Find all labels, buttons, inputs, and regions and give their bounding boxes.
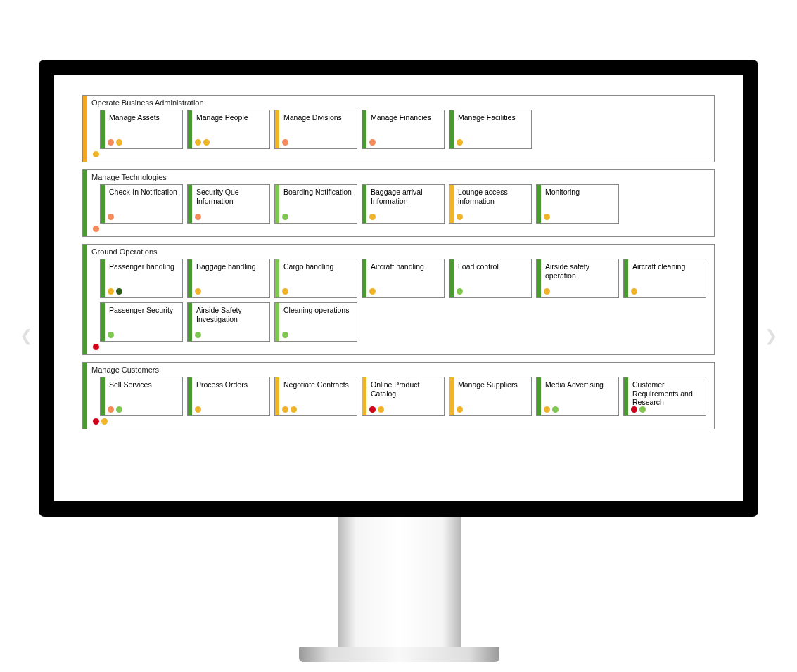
capability-card[interactable]: Airside Safety Investigation	[187, 302, 270, 342]
card-stripe	[449, 185, 454, 223]
group-status-dots	[93, 151, 710, 157]
next-arrow-icon[interactable]: ❯	[765, 327, 777, 345]
card-stripe	[275, 377, 279, 415]
card-label: Lounge access information	[458, 188, 528, 205]
card-label: Load control	[458, 262, 528, 271]
card-status-dots	[457, 139, 463, 146]
status-dot-icon	[108, 406, 114, 413]
capability-card[interactable]: Load control	[449, 259, 532, 298]
capability-card[interactable]: Passenger Security	[100, 302, 183, 342]
status-dot-icon	[457, 214, 463, 220]
capability-card[interactable]: Manage Divisions	[274, 110, 357, 149]
capability-card[interactable]: Cargo handling	[274, 259, 357, 298]
card-label: Manage Financies	[371, 113, 441, 122]
card-stripe	[362, 377, 366, 415]
status-dot-icon	[108, 139, 114, 146]
status-dot-icon	[203, 139, 210, 146]
monitor-stand-neck	[338, 517, 461, 650]
card-status-dots	[457, 288, 463, 295]
card-label: Check-In Notification	[109, 188, 179, 197]
card-status-dots	[195, 214, 201, 220]
card-status-dots	[282, 288, 288, 295]
capability-card[interactable]: Manage Facilities	[449, 110, 532, 149]
card-stripe	[537, 259, 541, 297]
card-status-dots	[195, 406, 201, 413]
card-status-dots	[108, 406, 122, 413]
card-label: Baggage arrival Information	[371, 188, 441, 205]
capability-card[interactable]: Monitoring	[536, 184, 619, 224]
capability-card[interactable]: Security Que Information	[187, 184, 270, 224]
status-dot-icon	[108, 214, 114, 220]
group-stripe	[83, 363, 87, 429]
card-stripe	[188, 377, 192, 415]
card-stripe	[188, 185, 192, 223]
card-status-dots	[544, 288, 550, 295]
card-status-dots	[631, 406, 646, 413]
card-status-dots	[369, 288, 376, 295]
status-dot-icon	[378, 406, 384, 413]
status-dot-icon	[195, 332, 201, 338]
capability-card[interactable]: Manage Assets	[100, 110, 183, 149]
card-label: Manage Assets	[109, 113, 179, 122]
status-dot-icon	[369, 139, 376, 146]
card-stripe	[624, 377, 628, 415]
status-dot-icon	[369, 214, 376, 220]
card-stripe	[101, 303, 105, 341]
status-dot-icon	[282, 332, 288, 338]
card-stripe	[188, 110, 192, 148]
status-dot-icon	[101, 418, 108, 425]
capability-group: Manage CustomersSell ServicesProcess Ord…	[82, 362, 715, 429]
card-label: Manage Suppliers	[458, 380, 528, 389]
capability-card[interactable]: Sell Services	[100, 377, 183, 416]
card-status-dots	[282, 214, 288, 220]
cards-row: Check-In NotificationSecurity Que Inform…	[100, 184, 710, 224]
capability-card[interactable]: Media Advertising	[536, 377, 619, 416]
status-dot-icon	[631, 406, 637, 413]
card-stripe	[537, 185, 541, 223]
capability-card[interactable]: Baggage handling	[187, 259, 270, 298]
capability-card[interactable]: Passenger handling	[100, 259, 183, 298]
capability-card[interactable]: Baggage arrival Information	[362, 184, 445, 224]
capability-card[interactable]: Check-In Notification	[100, 184, 183, 224]
group-title: Ground Operations	[91, 247, 710, 256]
status-dot-icon	[544, 288, 550, 295]
capability-card[interactable]: Aircraft handling	[362, 259, 445, 298]
status-dot-icon	[369, 288, 376, 295]
cards-row: Passenger handlingBaggage handlingCargo …	[100, 259, 710, 342]
group-title: Manage Customers	[91, 366, 710, 374]
card-label: Cleaning operations	[283, 306, 354, 315]
card-status-dots	[544, 406, 559, 413]
capability-card[interactable]: Airside safety operation	[536, 259, 619, 298]
card-stripe	[188, 259, 192, 297]
card-stripe	[101, 185, 105, 223]
capability-card[interactable]: Cleaning operations	[274, 302, 357, 342]
group-title: Operate Business Administration	[91, 98, 710, 107]
capability-card[interactable]: Manage People	[187, 110, 270, 149]
card-label: Aircraft handling	[371, 262, 441, 271]
card-label: Negotiate Contracts	[283, 380, 354, 389]
capability-card[interactable]: Manage Financies	[362, 110, 445, 149]
card-label: Sell Services	[109, 380, 179, 389]
card-stripe	[449, 377, 454, 415]
capability-card[interactable]: Manage Suppliers	[449, 377, 532, 416]
card-stripe	[362, 259, 366, 297]
capability-card[interactable]: Negotiate Contracts	[274, 377, 357, 416]
capability-card[interactable]: Aircraft cleaning	[623, 259, 706, 298]
card-stripe	[275, 303, 279, 341]
status-dot-icon	[639, 406, 646, 413]
card-stripe	[275, 110, 279, 148]
card-label: Airside Safety Investigation	[196, 306, 267, 323]
status-dot-icon	[116, 288, 122, 295]
card-stripe	[449, 259, 454, 297]
capability-card[interactable]: Online Product Catalog	[362, 377, 445, 416]
group-stripe	[83, 96, 87, 162]
card-stripe	[101, 110, 105, 148]
card-label: Boarding Notification	[283, 188, 354, 197]
capability-card[interactable]: Lounge access information	[449, 184, 532, 224]
capability-card[interactable]: Process Orders	[187, 377, 270, 416]
capability-card[interactable]: Boarding Notification	[274, 184, 357, 224]
cards-row: Manage AssetsManage PeopleManage Divisio…	[100, 110, 710, 149]
capability-card[interactable]: Customer Requirements and Research	[623, 377, 706, 416]
prev-arrow-icon[interactable]: ❮	[20, 327, 32, 345]
card-status-dots	[457, 214, 463, 220]
